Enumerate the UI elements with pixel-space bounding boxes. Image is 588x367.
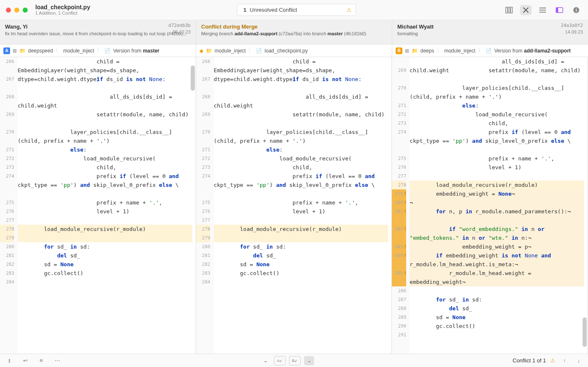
- code-line[interactable]: embedding_weight = p¬: [410, 242, 584, 251]
- code-line[interactable]: [214, 278, 388, 286]
- code-line[interactable]: else:: [18, 145, 192, 154]
- code-line[interactable]: all_ds_ids[ds_id] = child.weight: [214, 92, 388, 110]
- maximize-window-button[interactable]: [23, 8, 28, 13]
- code-line[interactable]: sd = None: [18, 260, 192, 269]
- code-line[interactable]: r_module.lm_head.weight = embedding_weig…: [410, 269, 584, 286]
- code-line[interactable]: child,: [214, 163, 388, 172]
- code-line[interactable]: if ds_id is not None:: [214, 75, 388, 92]
- code-line[interactable]: prefix + name + '.',: [214, 198, 388, 207]
- breadcrumb-center[interactable]: ◆ 📁 module_inject 〉 📄 load_checkpoint.py: [196, 45, 392, 57]
- code-line[interactable]: load_module_recursive(r_module): [18, 225, 192, 233]
- take-b-button[interactable]: B↙: [289, 356, 301, 365]
- svg-rect-7: [556, 8, 558, 13]
- code-line[interactable]: child,: [410, 119, 584, 128]
- code-line[interactable]: load_module_recursive(: [18, 154, 192, 163]
- go-up-button[interactable]: ↑: [559, 356, 570, 365]
- code-line[interactable]: ¬: [410, 198, 584, 207]
- code-line[interactable]: embedding_weight = None¬: [410, 189, 584, 198]
- sidebar-toggle-button[interactable]: [554, 5, 565, 15]
- whitespace-button[interactable]: ⋯: [52, 356, 62, 365]
- code-line[interactable]: setattr(module, name, child): [214, 110, 388, 128]
- line-number: 271: [196, 145, 210, 154]
- code-line[interactable]: load_module_recursive(: [410, 110, 584, 119]
- code-line[interactable]: load_module_recursive(r_module): [410, 181, 584, 189]
- code-line[interactable]: load_module_recursive(r_module): [214, 225, 388, 233]
- code-line[interactable]: sd = None: [410, 313, 584, 322]
- view-merge-button[interactable]: [520, 5, 532, 15]
- code-line[interactable]: del sd_: [18, 251, 192, 260]
- code-line[interactable]: [214, 233, 388, 242]
- code-line[interactable]: layer_policies[child.__class__](child, p…: [410, 84, 584, 101]
- code-line[interactable]: [410, 286, 584, 295]
- code-line[interactable]: prefix + name + '.',: [18, 198, 192, 207]
- prev-change-button[interactable]: ⌄: [260, 356, 270, 365]
- breadcrumb-left[interactable]: A ⊠ 📁 deepspeed 〉 module_inject 〉 📄 Vers…: [0, 45, 196, 57]
- code-line[interactable]: for sd_ in sd:: [410, 295, 584, 304]
- code-line[interactable]: else:: [214, 145, 388, 154]
- close-window-button[interactable]: [6, 8, 11, 13]
- code-line[interactable]: [410, 330, 584, 339]
- view-columns-button[interactable]: [503, 5, 515, 15]
- pane-a[interactable]: 2662672682692702712722732742752762772782…: [0, 57, 196, 354]
- code-line[interactable]: layer_policies[child.__class__](child, p…: [214, 128, 388, 145]
- code-line[interactable]: prefix + name + '.',: [410, 154, 584, 163]
- line-number: 273: [392, 119, 406, 128]
- code-line[interactable]: all_ds_ids[ds_id] = child.weight: [18, 92, 192, 110]
- line-numbers-button[interactable]: ≡: [36, 356, 46, 365]
- code-line[interactable]: gc.collect(): [18, 269, 192, 278]
- close-pane-a-icon[interactable]: ⊠: [13, 48, 17, 54]
- line-number: 277: [392, 172, 406, 181]
- code-line[interactable]: gc.collect(): [214, 269, 388, 278]
- code-line[interactable]: if "word_embeddings." in n or "embed_tok…: [410, 225, 584, 242]
- code-line[interactable]: [214, 216, 388, 225]
- scrollbar-b[interactable]: [583, 57, 587, 354]
- code-line[interactable]: else:: [410, 101, 584, 110]
- commit-left-author: Wang, Yi: [5, 24, 191, 30]
- code-line[interactable]: load_module_recursive(: [214, 154, 388, 163]
- code-line[interactable]: if ds_id is not None:: [18, 75, 192, 92]
- code-line[interactable]: prefix if (level == 0 and ckpt_type == '…: [214, 172, 388, 198]
- wrap-button[interactable]: ↩: [20, 356, 30, 365]
- code-line[interactable]: child = EmbeddingLayer(weight_shape=ds_s…: [214, 57, 388, 75]
- code-line[interactable]: prefix if (level == 0 and ckpt_type == '…: [18, 172, 192, 198]
- file-icon: 📄: [486, 48, 492, 54]
- close-pane-b-icon[interactable]: ⊠: [405, 48, 409, 54]
- code-line[interactable]: child = EmbeddingLayer(weight_shape=ds_s…: [18, 57, 192, 75]
- code-line[interactable]: for n, p in r_module.named_parameters():…: [410, 207, 584, 225]
- code-line[interactable]: [18, 278, 192, 286]
- code-line[interactable]: setattr(module, name, child): [410, 66, 584, 84]
- line-number: 277: [196, 216, 210, 225]
- info-button[interactable]: i: [570, 5, 582, 15]
- go-down-button[interactable]: ↓: [574, 356, 584, 365]
- code-line[interactable]: level + 1): [410, 163, 584, 172]
- scrollbar-a[interactable]: [191, 57, 195, 354]
- code-line[interactable]: [18, 233, 192, 242]
- code-line[interactable]: layer_policies[child.__class__](child, p…: [18, 128, 192, 145]
- code-line[interactable]: all_ds_ids[ds_id] = child.weight: [410, 57, 584, 66]
- code-line[interactable]: child,: [18, 163, 192, 172]
- minimize-window-button[interactable]: [14, 8, 19, 13]
- code-line[interactable]: del sd_: [214, 251, 388, 260]
- filter-button[interactable]: ⫿: [4, 356, 14, 365]
- view-list-button[interactable]: [537, 5, 549, 15]
- pane-b[interactable]: 269270271272273274275276277278279!280!28…: [392, 57, 588, 354]
- code-line[interactable]: for sd_ in sd:: [18, 242, 192, 251]
- code-line[interactable]: del sd_: [410, 304, 584, 313]
- pane-merged[interactable]: 2662672682692702712722732742752762772782…: [196, 57, 392, 354]
- code-line[interactable]: level + 1): [18, 207, 192, 216]
- breadcrumb-right[interactable]: B ⊠ 📁 deeps 〉 module_inject 〉 📄 Version …: [392, 45, 588, 57]
- code-line[interactable]: if embedding_weight is not None and r_mo…: [410, 251, 584, 269]
- code-line[interactable]: [410, 172, 584, 181]
- code-line[interactable]: sd = None: [214, 260, 388, 269]
- next-change-button[interactable]: ⌄: [304, 356, 314, 365]
- line-number: 279!: [392, 189, 406, 198]
- code-line[interactable]: for sd_ in sd:: [214, 242, 388, 251]
- take-a-button[interactable]: A↙: [274, 356, 286, 365]
- line-number: 278: [196, 225, 210, 233]
- code-line[interactable]: gc.collect(): [410, 322, 584, 330]
- code-line[interactable]: prefix if (level == 0 and ckpt_type == '…: [410, 128, 584, 154]
- code-line[interactable]: [18, 216, 192, 225]
- code-line[interactable]: level + 1): [214, 207, 388, 216]
- code-line[interactable]: setattr(module, name, child): [18, 110, 192, 128]
- conflict-status-pill[interactable]: 1 Unresolved Conflict ⚠: [237, 4, 356, 16]
